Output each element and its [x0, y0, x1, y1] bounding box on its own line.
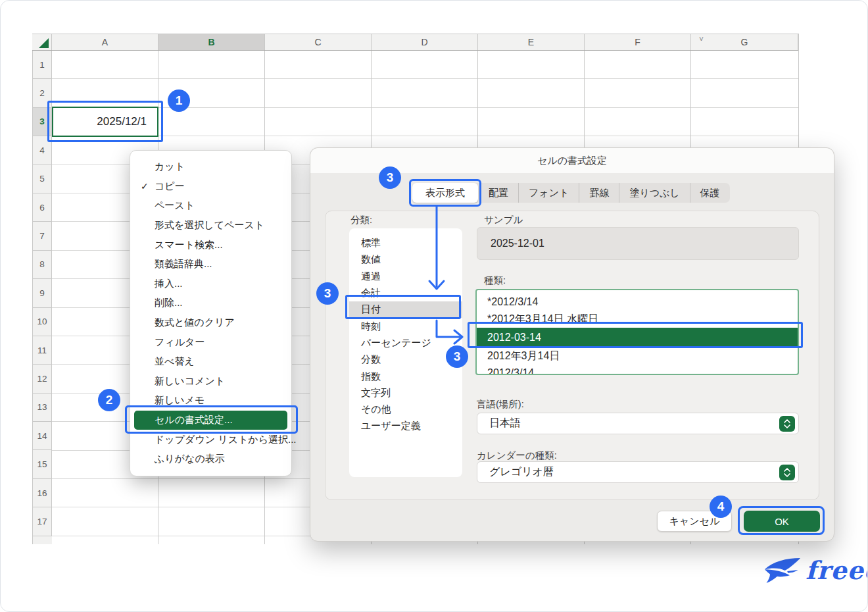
calendar-label: カレンダーの種類:	[477, 449, 557, 462]
context-menu-item[interactable]: ✓ 削除...	[134, 293, 287, 313]
step-badge-1: 1	[168, 89, 190, 112]
type-list: *2012/3/14*2012年3月14日 水曜日2012-03-142012年…	[475, 289, 799, 375]
context-menu-item[interactable]: ✓ 数式と値のクリア	[134, 313, 287, 333]
category-label: 分類:	[350, 214, 372, 226]
type-item[interactable]: 2012年3月14日	[477, 347, 798, 365]
category-item[interactable]: 文字列	[349, 385, 462, 401]
dialog-tab[interactable]: 保護	[690, 183, 730, 203]
category-item[interactable]: その他	[349, 401, 462, 418]
sample-value: 2025-12-01	[477, 227, 799, 260]
row-header[interactable]: 5	[33, 165, 52, 193]
category-item[interactable]: 通過	[349, 268, 462, 285]
context-menu-item[interactable]: ✓ セルの書式設定...	[134, 411, 287, 430]
type-item[interactable]: 2012/3/14	[477, 365, 798, 375]
context-menu-item[interactable]: ✓ 新しいコメント	[134, 372, 287, 392]
type-item[interactable]: 2012-03-14	[477, 328, 798, 347]
dialog-tab[interactable]: フォント	[518, 183, 579, 203]
row-header[interactable]: 6	[33, 193, 52, 222]
row-header[interactable]: 4	[33, 136, 52, 165]
row-header[interactable]: 2	[33, 79, 52, 107]
context-menu-item[interactable]: ✓ 挿入...	[134, 274, 287, 294]
dialog-tab[interactable]: 表示形式	[412, 183, 478, 203]
context-menu-item-label: セルの書式設定...	[155, 414, 233, 426]
column-header[interactable]: D	[372, 34, 478, 50]
category-item[interactable]: パーセンテージ	[349, 335, 462, 351]
row-header[interactable]: 11	[33, 336, 52, 365]
context-menu-item[interactable]: ✓ スマート検索...	[134, 235, 287, 255]
row-header[interactable]: 15	[33, 450, 52, 478]
context-menu-item[interactable]: ✓ 類義語辞典...	[134, 255, 287, 274]
calendar-value: グレゴリオ暦	[489, 465, 779, 479]
select-all-corner[interactable]	[32, 34, 52, 50]
column-header[interactable]: G	[691, 34, 798, 50]
calendar-dropdown[interactable]: グレゴリオ暦	[477, 461, 799, 483]
ok-button[interactable]: OK	[744, 511, 820, 532]
category-item[interactable]: 分数	[349, 351, 462, 368]
row-header[interactable]: 16	[33, 479, 52, 507]
row-header[interactable]: 17	[33, 507, 52, 536]
context-menu-item[interactable]: ✓ 並べ替え	[134, 352, 287, 372]
column-header[interactable]: A	[52, 34, 158, 50]
context-menu-item-label: 新しいコメント	[155, 375, 225, 388]
format-cells-dialog: セルの書式設定 表示形式配置フォント罫線塗りつぶし保護 分類: 標準数値通過会計…	[310, 147, 834, 542]
category-item[interactable]: 指数	[349, 368, 462, 384]
stepper-chevrons-icon[interactable]	[779, 465, 795, 480]
context-menu-item-label: ペースト	[155, 199, 195, 212]
context-menu-item[interactable]: ✓ 形式を選択してペースト	[134, 216, 287, 236]
stepper-chevrons-icon[interactable]	[779, 416, 795, 432]
context-menu-item-label: コピー	[155, 180, 185, 193]
context-menu-item[interactable]: ✓ 新しいメモ	[134, 391, 287, 411]
type-item[interactable]: *2012/3/14	[477, 293, 798, 311]
context-menu-item-label: 数式と値のクリア	[155, 317, 235, 329]
column-header[interactable]: F	[585, 34, 691, 50]
dialog-tab[interactable]: 塗りつぶし	[619, 183, 689, 203]
cell-a3[interactable]: 2025/12/1	[52, 107, 158, 137]
freee-logo: freee	[763, 557, 868, 584]
row-header[interactable]: 13	[33, 394, 52, 422]
freee-logo-text: freee	[806, 558, 868, 583]
dialog-tab[interactable]: 配置	[478, 183, 518, 203]
row-header[interactable]: 1	[33, 51, 52, 79]
step-badge-3: 3	[316, 282, 339, 305]
context-menu-item-label: 形式を選択してペースト	[155, 219, 264, 232]
category-item[interactable]: 会計	[349, 285, 462, 301]
row-header[interactable]: 3	[33, 108, 52, 136]
row-header[interactable]: 9	[33, 279, 52, 307]
type-item[interactable]: *2012年3月14日 水曜日	[477, 311, 798, 328]
context-menu-item[interactable]: ✓ フィルター	[134, 332, 287, 352]
language-dropdown[interactable]: 日本語	[477, 413, 799, 434]
sample-label: サンプル	[484, 214, 523, 226]
category-item[interactable]: 日付	[349, 301, 462, 318]
category-item[interactable]: 標準	[349, 235, 462, 251]
context-menu-item[interactable]: ✓ コピー	[134, 177, 287, 197]
type-label: 種類:	[484, 274, 506, 287]
context-menu-item-label: スマート検索...	[155, 239, 223, 251]
chevron-down-icon: ˅	[699, 35, 704, 44]
row-header[interactable]: 7	[33, 222, 52, 250]
row-header[interactable]: 14	[33, 422, 52, 450]
column-header-row: ABCDEFG	[32, 34, 798, 51]
row-header[interactable]: 10	[33, 308, 52, 336]
column-header[interactable]: C	[265, 34, 372, 50]
category-item[interactable]: 時刻	[349, 318, 462, 334]
context-menu-item[interactable]: ✓ ドップダウン リストから選択...	[134, 430, 287, 449]
step-badge-3: 3	[379, 166, 401, 189]
category-item[interactable]: 数値	[349, 251, 462, 268]
row-header[interactable]: 12	[33, 365, 52, 393]
column-header[interactable]: E	[478, 34, 585, 50]
category-list: 標準数値通過会計日付時刻パーセンテージ分数指数文字列その他ユーザー定義	[349, 228, 462, 477]
category-item[interactable]: ユーザー定義	[349, 418, 462, 434]
step-badge-3: 3	[446, 345, 468, 368]
dialog-tab-bar: 表示形式配置フォント罫線塗りつぶし保護	[412, 183, 730, 203]
context-menu-item-label: 新しいメモ	[155, 394, 205, 407]
page: ABCDEFG ˅ 1234567891011121314151617 2025…	[0, 0, 868, 612]
column-header[interactable]: B	[158, 34, 265, 50]
context-menu-item-label: 削除...	[155, 297, 183, 309]
context-menu-item[interactable]: ✓ ふりがなの表示	[134, 449, 287, 469]
language-label: 言語(場所):	[477, 398, 524, 411]
context-menu-item[interactable]: ✓ ペースト	[134, 196, 287, 216]
row-header[interactable]: 8	[33, 251, 52, 279]
select-all-triangle-icon	[39, 38, 49, 48]
context-menu-item[interactable]: ✓ カット	[134, 157, 287, 177]
dialog-tab[interactable]: 罫線	[579, 183, 619, 203]
